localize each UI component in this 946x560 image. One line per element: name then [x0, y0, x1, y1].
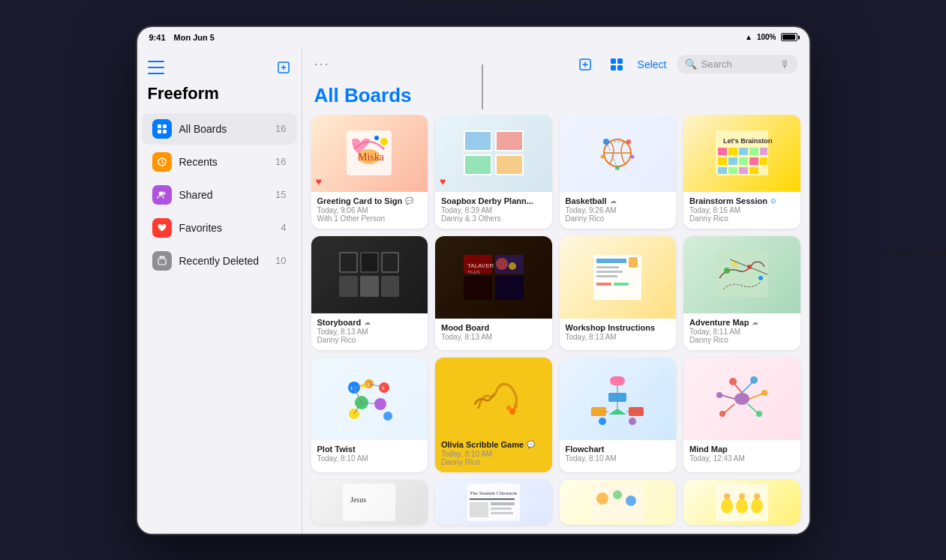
- sidebar-item-recently-deleted[interactable]: Recently Deleted 10: [142, 245, 297, 277]
- svg-rect-14: [617, 58, 623, 64]
- microphone-icon: 🎙: [780, 58, 790, 70]
- board-info-mind-map: Mind Map Today, 12:43 AM: [683, 440, 800, 469]
- board-info-flowchart: Flowchart Today, 8:10 AM: [560, 440, 677, 469]
- board-card-mood-board[interactable]: TALAVER TILES Mood Board Today, 8:13 AM: [435, 236, 552, 350]
- svg-rect-42: [728, 148, 737, 155]
- svg-rect-3: [158, 124, 161, 128]
- svg-text:Let's Brainstorm!: Let's Brainstorm!: [723, 137, 772, 145]
- app-container: Freeform All Boards 16: [137, 48, 809, 534]
- chat-icon-olivia: 💬: [527, 441, 535, 448]
- board-card-mind-map[interactable]: Mind Map Today, 12:43 AM: [683, 358, 800, 472]
- svg-point-120: [729, 378, 737, 385]
- new-board-button[interactable]: [575, 54, 596, 75]
- svg-rect-44: [749, 148, 758, 155]
- svg-rect-54: [749, 167, 758, 174]
- board-card-adventure-map[interactable]: Adventure Map ☁ Today, 8:11 AM Danny Ric…: [683, 236, 800, 350]
- board-card-bottom4[interactable]: [683, 480, 800, 525]
- board-card-storyboard[interactable]: Storyboard ☁ Today, 8:13 AM Danny Rico: [311, 236, 428, 350]
- svg-point-100: [506, 406, 511, 410]
- svg-point-35: [601, 155, 605, 159]
- search-bar[interactable]: 🔍 Search 🎙: [677, 55, 797, 73]
- board-card-flowchart[interactable]: Flowchart Today, 8:10 AM: [560, 358, 677, 472]
- board-card-bottom2[interactable]: The Student Chronicle: [435, 480, 552, 525]
- svg-rect-13: [611, 58, 616, 64]
- svg-rect-109: [591, 407, 606, 416]
- all-boards-icon: [152, 119, 172, 139]
- board-meta1-olivia: Today, 8:10 AM: [441, 450, 546, 458]
- board-name-mind-map: Mind Map: [689, 445, 728, 454]
- board-card-brainstorm[interactable]: Let's Brainstorm!: [683, 115, 800, 229]
- ipad-frame: 9:41 Mon Jun 5 ▲ 100%: [136, 25, 811, 535]
- recents-icon: [152, 152, 172, 172]
- svg-rect-104: [608, 393, 626, 402]
- board-info-mood-board: Mood Board Today, 8:13 AM: [435, 319, 552, 347]
- board-thumbnail-plot-twist: 1 2 3: [311, 358, 428, 440]
- svg-rect-80: [716, 252, 768, 297]
- svg-line-115: [742, 382, 753, 393]
- sidebar-item-favorites[interactable]: Favorites 4: [142, 212, 297, 244]
- board-name-mood-board: Mood Board: [441, 323, 489, 332]
- sidebar-toggle-icon[interactable]: [148, 61, 164, 74]
- svg-point-123: [756, 411, 762, 417]
- board-card-olivia[interactable]: Olivia Scribble Game 💬 Today, 8:10 AM Da…: [435, 358, 552, 472]
- board-meta2-basketball: Danny Rico: [566, 214, 671, 223]
- cloud-icon-storyboard: ☁: [364, 319, 371, 326]
- board-thumbnail-mind-map: [683, 358, 800, 440]
- sidebar-item-recents[interactable]: Recents 16: [142, 146, 297, 178]
- shared-count: 15: [275, 189, 286, 200]
- svg-rect-43: [739, 148, 748, 155]
- all-boards-count: 16: [275, 123, 286, 134]
- svg-point-21: [374, 136, 379, 140]
- recents-count: 16: [275, 156, 286, 167]
- svg-point-136: [596, 493, 608, 505]
- svg-point-137: [613, 490, 622, 499]
- board-name-brainstorm: Brainstorm Session: [689, 196, 767, 205]
- select-button[interactable]: Select: [638, 58, 667, 70]
- svg-rect-10: [158, 259, 166, 265]
- board-card-greeting-card[interactable]: Miska ♥ Greeting Card to Sign 💬: [311, 115, 428, 229]
- favorites-label: Favorites: [179, 222, 274, 234]
- board-card-plot-twist[interactable]: 1 2 3 Plot Twist Today, 8:10 AM: [311, 358, 428, 472]
- recently-deleted-icon: [152, 251, 172, 271]
- svg-rect-76: [596, 275, 617, 277]
- svg-marker-106: [608, 409, 626, 415]
- board-thumbnail-soapbox: ♥: [435, 115, 552, 192]
- board-card-bottom1[interactable]: Jesus: [311, 480, 428, 525]
- svg-point-70: [496, 258, 508, 270]
- svg-rect-110: [629, 407, 644, 416]
- view-toggle-button[interactable]: [606, 54, 627, 75]
- sidebar-item-all-boards[interactable]: All Boards 16: [142, 113, 297, 145]
- board-meta2-soapbox: Danny & 3 Others: [441, 214, 546, 223]
- board-meta2-olivia: Danny Rico: [441, 458, 546, 466]
- board-card-bottom3[interactable]: [560, 480, 677, 525]
- svg-rect-63: [383, 253, 398, 271]
- board-card-workshop-instructions[interactable]: Workshop Instructions Today, 8:13 AM: [560, 236, 677, 350]
- recently-deleted-label: Recently Deleted: [179, 255, 269, 267]
- svg-point-20: [380, 138, 388, 145]
- board-thumbnail-brainstorm: Let's Brainstorm!: [683, 115, 800, 192]
- board-info-plot-twist: Plot Twist Today, 8:10 AM: [311, 440, 428, 469]
- svg-point-82: [747, 265, 752, 269]
- svg-rect-62: [362, 253, 377, 271]
- status-bar: 9:41 Mon Jun 5 ▲ 100%: [137, 27, 809, 48]
- svg-line-116: [749, 394, 763, 399]
- board-card-soapbox-derby[interactable]: ♥ Soapbox Derby Plann... Today, 8:39 AM …: [435, 115, 552, 229]
- battery-label: 100%: [757, 33, 776, 41]
- wifi-icon: ▲: [745, 33, 752, 41]
- sidebar-item-shared[interactable]: Shared 15: [142, 179, 297, 211]
- status-right: ▲ 100%: [745, 33, 797, 41]
- svg-rect-41: [718, 148, 727, 155]
- svg-rect-61: [341, 253, 356, 271]
- svg-rect-6: [163, 130, 167, 133]
- callout-text-1: Plošča označena kot priljubljena.: [413, 0, 555, 7]
- page-title: All Boards: [302, 81, 809, 115]
- svg-rect-5: [158, 130, 161, 133]
- compose-icon[interactable]: [276, 60, 291, 75]
- board-name-plot-twist: Plot Twist: [317, 445, 356, 454]
- time-display: 9:41: [149, 33, 166, 42]
- svg-rect-130: [470, 499, 515, 500]
- svg-rect-45: [760, 148, 767, 155]
- status-left: 9:41 Mon Jun 5: [149, 33, 215, 42]
- recents-label: Recents: [179, 156, 269, 168]
- board-card-basketball[interactable]: Basketball ☁ Today, 9:26 AM Danny Rico: [560, 115, 677, 229]
